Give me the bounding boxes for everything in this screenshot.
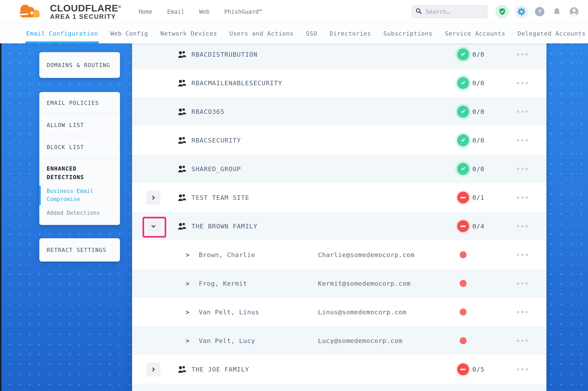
tab-directories[interactable]: Directories [329,23,371,43]
table-row: >Frog, KermitKermit@somedemocorp.com [132,269,546,298]
shield-check-icon[interactable] [495,5,509,18]
tab-web-config[interactable]: Web Config [110,23,148,43]
chevron-right-icon [151,367,155,371]
member-count: 0/0 [472,165,484,173]
sidebar-policies-card: EMAIL POLICIESALLOW LISTBLOCK LIST ENHAN… [39,92,120,225]
help-icon[interactable]: ? [534,6,545,17]
group-icon [177,50,187,59]
header-nav: HomeEmailWebPhishGuard™ [139,8,262,15]
status-enabled-badge [457,48,469,60]
app-window: CLOUDFLARE® AREA 1 SECURITY HomeEmailWeb… [0,0,588,391]
nav-link-web[interactable]: Web [199,8,210,15]
row-actions-menu[interactable] [516,165,529,173]
status-alert-dot [460,280,467,287]
member-email: Lucy@somedemocorp.com [318,337,403,344]
nav-link-home[interactable]: Home [139,8,152,15]
sidebar-item-block-list[interactable]: BLOCK LIST [39,136,120,158]
member-email: Linus@somedemocorp.com [318,308,407,316]
enhanced-list: Business Email CompromiseAdded Detection… [39,182,120,217]
sidebar-item-added-detections[interactable]: Added Detections [39,203,109,217]
group-name: SHARED_GROUP [191,165,241,173]
chevron-right-icon[interactable]: > [186,337,189,344]
status-alert-dot [460,309,467,315]
group-name: RBACO365 [191,108,224,115]
row-actions-menu[interactable] [516,280,529,287]
row-actions-menu[interactable] [516,194,529,201]
tab-sso[interactable]: SSO [306,23,317,43]
account-icon[interactable] [568,6,580,17]
status-alert-dot [460,251,467,258]
group-name: THE JOE FAMILY [191,366,249,373]
group-icon [177,222,187,231]
nav-link-phishguard[interactable]: PhishGuard™ [224,8,262,15]
check-icon [461,81,465,85]
registered-mark: ® [118,5,121,9]
table-row: RBACO3650/0 [132,97,546,126]
row-actions-menu[interactable] [516,223,529,230]
member-email: Kermit@somedemocorp.com [318,280,411,287]
member-count: 0/0 [472,51,484,58]
row-actions-menu[interactable] [516,80,529,87]
member-name: Brown, Charlie [199,251,255,259]
group-name: RBACMAILENABLESECURITY [191,79,282,87]
header-icon-group: ? [495,5,580,18]
tab-service-accounts[interactable]: Service Accounts [445,23,505,43]
row-actions-menu[interactable] [516,309,529,316]
expand-toggle-button[interactable] [146,219,160,233]
row-actions-menu[interactable] [516,366,529,373]
minus-icon [460,369,466,370]
chevron-down-icon [151,223,155,228]
row-actions-menu[interactable] [516,251,529,259]
expand-toggle-button[interactable] [146,190,160,205]
chevron-right-icon [151,195,155,199]
search-icon [415,8,422,15]
group-name: TEST TEAM SITE [191,194,249,201]
status-disabled-badge [457,192,469,203]
tab-subscriptions[interactable]: Subscriptions [383,23,433,43]
chevron-right-icon[interactable]: > [186,251,189,259]
status-disabled-badge [457,363,469,375]
left-edge-strip [0,43,1,391]
status-enabled-badge [457,134,469,146]
member-count: 0/5 [472,366,484,373]
settings-gear-icon[interactable] [515,5,528,18]
table-row: SHARED_GROUP0/0 [132,155,546,183]
group-name: RBACDISTRUBUTION [191,51,258,58]
tab-email-configuration[interactable]: Email Configuration [26,23,98,43]
expand-toggle-button[interactable] [146,362,160,377]
tab-network-devices[interactable]: Network Devices [160,23,217,43]
row-actions-menu[interactable] [516,137,529,144]
member-email: Charlie@somedemocorp.com [318,251,415,259]
search-input[interactable] [426,8,484,15]
search-box[interactable] [411,5,488,18]
sidebar-item-email-policies[interactable]: EMAIL POLICIES [39,92,120,114]
table-row: >Brown, CharlieCharlie@somedemocorp.com [132,240,546,269]
member-count: 0/0 [472,137,484,144]
tab-delegated-accounts[interactable]: Delegated Accounts [518,23,586,43]
chevron-right-icon[interactable]: > [186,309,189,316]
sidebar-item-label: RETRACT SETTINGS [39,247,107,253]
check-icon [461,52,465,56]
chevron-right-icon[interactable]: > [186,280,189,287]
notifications-bell-icon[interactable] [551,6,563,17]
row-actions-menu[interactable] [516,108,529,115]
table-row: THE BROWN FAMILY0/4 [132,212,546,240]
directory-table-panel: RBACDISTRUBUTION0/0RBACMAILENABLESECURIT… [132,43,546,391]
group-name: RBACSECURITY [191,137,241,144]
row-actions-menu[interactable] [516,337,529,344]
status-enabled-badge [457,163,469,175]
nav-link-email[interactable]: Email [167,8,184,15]
cloudflare-cloud-logo-icon [11,2,47,21]
check-icon [461,167,465,170]
sidebar-item-business-email-compromise[interactable]: Business Email Compromise [39,182,109,203]
sidebar-item-allow-list[interactable]: ALLOW LIST [39,114,120,136]
tab-users-and-actions[interactable]: Users and Actions [229,23,294,43]
sidebar-item-domains-routing[interactable]: DOMAINS & ROUTING [39,52,120,78]
table-row: RBACDISTRUBUTION0/0 [132,43,546,69]
group-name: THE BROWN FAMILY [191,222,258,230]
minus-icon [460,197,466,198]
member-count: 0/4 [472,222,484,230]
sidebar-item-retract-settings[interactable]: RETRACT SETTINGS [39,238,120,262]
status-disabled-badge [457,220,469,232]
row-actions-menu[interactable] [516,51,529,58]
